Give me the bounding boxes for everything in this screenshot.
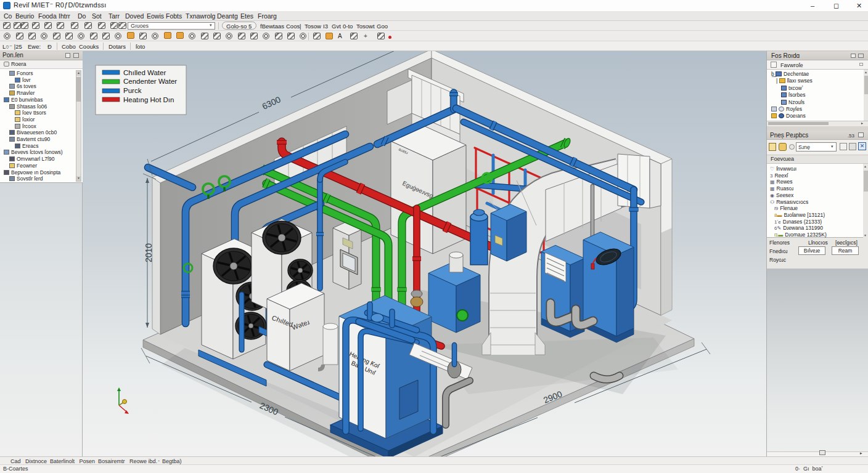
svg-text:2010: 2010 [144, 243, 154, 262]
svg-text:Purck: Purck [123, 87, 142, 94]
svg-text:Chılled Water: Chılled Water [123, 69, 166, 76]
svg-text:Cendenter Water: Cendenter Water [123, 78, 177, 85]
svg-text:Heatıng Hot Dın: Heatıng Hot Dın [123, 96, 174, 103]
